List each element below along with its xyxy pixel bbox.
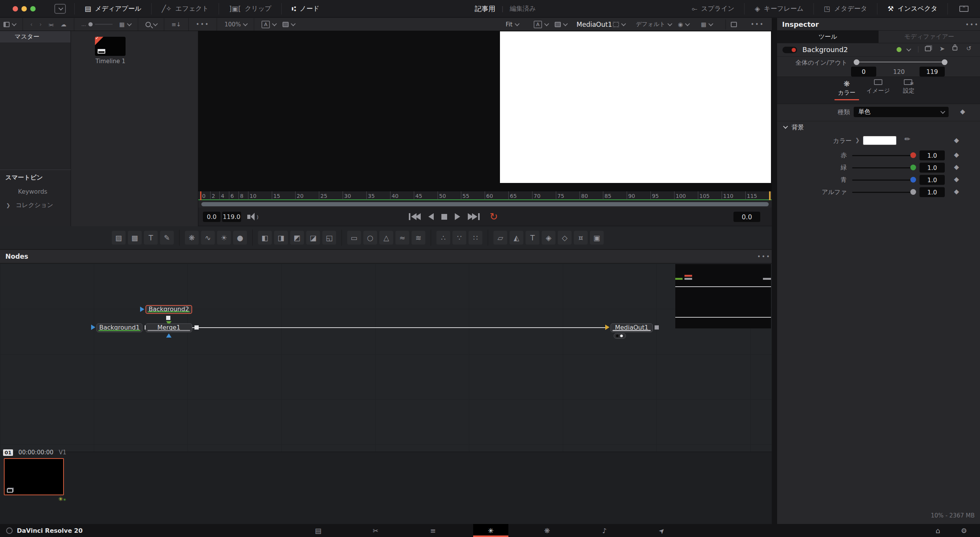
keyframe-diamond-icon[interactable]: ◆	[954, 163, 959, 171]
page-button-fairlight[interactable]: ♪	[587, 524, 622, 537]
clean-feed-button[interactable]: ^	[948, 0, 980, 17]
lut-dropdown[interactable]: デフォルト	[632, 18, 675, 31]
smart-bin-item-collections[interactable]: ❯ コレクション	[0, 199, 53, 211]
text-3d-tool-button[interactable]: T	[526, 231, 539, 245]
range-in-field[interactable]: 0	[851, 67, 876, 77]
channel-value-field[interactable]: 1.0	[920, 163, 945, 173]
versions-icon[interactable]	[925, 46, 931, 51]
page-button-media[interactable]: ▤	[301, 524, 336, 537]
panel-divider[interactable]	[772, 18, 777, 524]
text-plus-tool-button[interactable]: T	[144, 231, 158, 245]
in-point-field[interactable]: 0.0	[203, 212, 220, 222]
channel-value-field[interactable]: 1.0	[920, 187, 945, 197]
range-slider-handle-right[interactable]	[942, 59, 947, 65]
subtab-color[interactable]: ❋ カラー	[832, 79, 861, 96]
right-viewer-zoom-dropdown[interactable]: Fit	[502, 18, 522, 31]
timeline-scrollbar[interactable]	[198, 201, 772, 207]
color-swatch[interactable]	[863, 136, 897, 145]
close-window-button[interactable]	[13, 6, 18, 11]
channel-slider-knob[interactable]	[910, 189, 916, 195]
playhead[interactable]	[200, 191, 201, 200]
channel-slider-track[interactable]	[852, 192, 911, 193]
search-button[interactable]	[142, 18, 160, 31]
forward-button[interactable]: ›	[36, 18, 45, 31]
media-pool-options-button[interactable]	[193, 18, 213, 31]
keyframe-button[interactable]: ◈ キーフレーム	[745, 0, 813, 17]
play-reverse-button[interactable]	[428, 213, 434, 220]
spline-button[interactable]: ⟜ スプライン	[682, 0, 744, 17]
camera-3d-tool-button[interactable]: ◇	[558, 231, 572, 245]
channel-value-field[interactable]: 1.0	[920, 150, 945, 160]
chevron-down-icon[interactable]	[906, 47, 911, 52]
subtab-image[interactable]: イメージ	[864, 79, 893, 95]
bin-view-button[interactable]	[0, 18, 19, 31]
right-viewer-channel-button[interactable]: A	[530, 18, 551, 31]
pin-icon[interactable]: ➤	[939, 45, 945, 52]
node-merge1[interactable]: Merge1	[145, 323, 192, 332]
reset-icon[interactable]: ↺	[966, 45, 971, 52]
particle-merge-tool-button[interactable]: ∵	[452, 231, 466, 245]
gear-icon[interactable]: ⚙	[961, 527, 967, 535]
color-controls-button[interactable]: ◉	[675, 18, 692, 31]
dissolve-tool-button[interactable]: ◨	[274, 231, 288, 245]
channel-slider-track[interactable]	[852, 167, 911, 168]
range-out-field[interactable]: 119	[920, 67, 945, 77]
page-button-color[interactable]: ❋	[529, 524, 565, 537]
scrollbar-thumb[interactable]	[201, 202, 769, 206]
left-viewer-channel-button[interactable]: A	[258, 18, 279, 31]
polygon-mask-tool-button[interactable]: △	[379, 231, 393, 245]
shape-3d-tool-button[interactable]: ◭	[510, 231, 523, 245]
subtab-settings[interactable]: ✱ 設定	[894, 79, 923, 95]
out-point-field[interactable]: 119.0	[222, 212, 241, 222]
thumbnail-size-slider[interactable]: …	[78, 18, 116, 31]
unlink-icon[interactable]: ⫘	[45, 18, 57, 31]
blur-tool-button[interactable]: ●	[233, 231, 247, 245]
node-color-dot[interactable]	[897, 47, 902, 52]
play-button[interactable]	[455, 213, 460, 220]
channel-slider-knob[interactable]	[910, 165, 916, 170]
clip-thumbnail[interactable]	[4, 458, 64, 495]
page-button-edit[interactable]: ≡	[415, 524, 451, 537]
nodes-options-button[interactable]	[757, 253, 771, 260]
expand-arrow-icon[interactable]: ❯	[855, 137, 860, 143]
bin-item-master[interactable]: マスター	[0, 31, 70, 42]
mediaout1-buffer-dots[interactable]	[614, 333, 626, 339]
brightness-contrast-tool-button[interactable]: ☀	[217, 231, 231, 245]
grid-view-button[interactable]: ▦	[116, 18, 134, 31]
nodes-button[interactable]: ⑆ ノード	[282, 0, 330, 17]
range-slider-track[interactable]	[857, 62, 945, 62]
cloud-download-icon[interactable]: ☁	[57, 18, 70, 31]
type-dropdown[interactable]: 単色	[854, 107, 949, 117]
mute-audio-button[interactable]: )	[247, 213, 258, 220]
clips-button[interactable]: ]▣[ クリップ	[219, 0, 281, 17]
keyframe-diamond-icon[interactable]: ◆	[954, 175, 959, 183]
range-slider-handle-left[interactable]	[854, 59, 859, 65]
transform-tool-button[interactable]: ◱	[322, 231, 336, 245]
effects-button[interactable]: ╱✧ エフェクト	[152, 0, 219, 17]
channel-slider-knob[interactable]	[910, 177, 916, 183]
navigator-viewport[interactable]	[675, 286, 771, 318]
background2-output-square[interactable]	[166, 316, 170, 320]
double-polyline-mask-tool-button[interactable]: ≋	[412, 231, 425, 245]
sort-button[interactable]: ≡↓	[168, 18, 185, 31]
merge1-output-square[interactable]	[194, 325, 199, 330]
viewer-area[interactable]	[198, 31, 772, 191]
ui-layout-toggle-button[interactable]	[54, 4, 66, 14]
inspector-options-button[interactable]	[965, 21, 979, 28]
channel-value-field[interactable]: 1.0	[920, 175, 945, 185]
roi-button[interactable]	[609, 18, 628, 31]
node-graph[interactable]: Background1 Background2 Merge1 MediaOut1	[0, 264, 772, 452]
smart-bin-item-keywords[interactable]: Keywords	[0, 186, 47, 197]
keyframe-diamond-icon[interactable]: ◆	[954, 136, 959, 144]
current-frame-field[interactable]: 0.0	[733, 212, 760, 222]
particle-render-tool-button[interactable]: ∷	[469, 231, 482, 245]
page-button-fusion[interactable]: ✳	[473, 524, 508, 537]
page-button-cut[interactable]: ✂	[358, 524, 393, 537]
background2-input-arrow[interactable]	[140, 307, 144, 312]
mediaout1-output-square[interactable]	[655, 325, 659, 330]
merge1-mask-input-arrow[interactable]	[166, 333, 172, 338]
timeline-clip-thumbnail[interactable]: ✓	[95, 37, 126, 56]
loop-button[interactable]: ↻	[490, 213, 498, 220]
merge-3d-tool-button[interactable]: ◈	[542, 231, 555, 245]
color-curves-tool-button[interactable]: ∿	[201, 231, 215, 245]
